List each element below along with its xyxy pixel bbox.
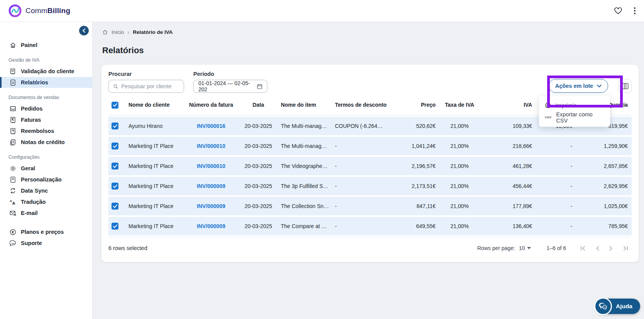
table-row[interactable]: Marketing IT Place INV/000009 20-03-2025… (108, 177, 632, 195)
row-checkbox[interactable] (112, 183, 118, 190)
svg-text:±: ± (10, 199, 12, 202)
invoice-link[interactable]: INV/000009 (197, 203, 225, 209)
receipt-check-icon (9, 68, 16, 75)
cell-discount: - (534, 203, 588, 209)
period-input[interactable]: 01-01-2024 — 02-05-202 (193, 80, 267, 93)
table-row[interactable]: Marketing IT Place INV/000010 20-03-2025… (108, 137, 632, 155)
sidebar-item-faturas[interactable]: € Faturas (0, 114, 92, 125)
sidebar-item-label: Suporte (21, 240, 42, 246)
sidebar-item-label: Tradução (21, 199, 46, 205)
invoice-link[interactable]: INV/000009 (197, 223, 225, 229)
menu-item-exportar-csv[interactable]: CSV Exportar como CSV (539, 111, 610, 123)
sidebar-item-reembolsos[interactable]: Reembolsos (0, 126, 92, 136)
sidebar-item-suporte[interactable]: Suporte (0, 238, 92, 248)
svg-text:€: € (11, 230, 14, 234)
invoice-link[interactable]: INV/000010 (197, 143, 225, 149)
column-header-price[interactable]: Preço (397, 102, 438, 108)
column-settings-button[interactable] (618, 79, 632, 93)
pagination-range: 1–6 of 6 (546, 245, 566, 251)
cell-discount: - (534, 223, 588, 229)
sidebar-section-title: Configurações (0, 154, 92, 160)
invoice-link[interactable]: INV/000016 (197, 123, 225, 129)
search-field-group: Procurar (108, 71, 184, 93)
table-row[interactable]: Marketing IT Place INV/000009 20-03-2025… (108, 217, 632, 235)
sidebar-item-painel[interactable]: Painel (0, 40, 92, 50)
batch-actions-button[interactable]: Ações em lote (549, 79, 608, 93)
chevron-left-icon (82, 29, 86, 33)
period-label: Período (193, 71, 267, 77)
row-checkbox[interactable] (112, 203, 118, 210)
sidebar-item-personalizacao[interactable]: * Personalização (0, 174, 92, 185)
batch-actions-menu: Imprimir CSV Exportar como CSV (539, 96, 610, 127)
column-header-vat[interactable]: IVA (481, 102, 534, 108)
column-header-date[interactable]: Data (238, 102, 279, 108)
translate-icon: ±A (9, 199, 16, 205)
svg-text:*: * (12, 177, 14, 181)
first-page-button[interactable] (580, 246, 586, 251)
help-button[interactable]: Ajuda (596, 299, 640, 314)
row-checkbox[interactable] (112, 143, 118, 149)
cell-terms: - (333, 203, 397, 209)
mail-icon (9, 210, 16, 216)
help-label: Ajuda (616, 303, 632, 310)
sidebar-item-planos-e-precos[interactable]: € Planos e preços (0, 227, 92, 237)
cell-client: Marketing IT Place (126, 163, 184, 169)
last-page-button[interactable] (623, 246, 629, 251)
breadcrumb: Início › Relatório de IVA (102, 29, 644, 35)
brand-name: CommBilling (25, 7, 70, 15)
sidebar-item-notas-de-credito[interactable]: Notas de crédito (0, 137, 92, 148)
period-value: 01-01-2024 — 02-05-202 (198, 80, 254, 92)
sidebar: Painel Gestão de IVA Validação do client… (0, 22, 93, 319)
columns-icon (622, 83, 629, 89)
svg-text:A: A (12, 201, 15, 205)
next-page-button[interactable] (609, 246, 613, 251)
cell-terms: - (333, 163, 397, 169)
sidebar-item-pedidos[interactable]: Pedidos (0, 103, 92, 114)
row-checkbox[interactable] (112, 163, 118, 170)
cell-client: Marketing IT Place (126, 203, 184, 209)
search-input[interactable] (121, 83, 179, 89)
cell-vat: 461,28€ (481, 163, 534, 169)
row-checkbox[interactable] (112, 223, 118, 230)
favorites-button[interactable] (614, 7, 622, 15)
sidebar-item-traducao[interactable]: ±A Tradução (0, 196, 92, 207)
sidebar-item-label: Relatórios (21, 79, 48, 86)
breadcrumb-home[interactable]: Início (112, 29, 124, 35)
sidebar-item-data-sync[interactable]: Data Sync (0, 185, 92, 196)
column-header-terms[interactable]: Termos de desconto (333, 102, 397, 108)
sidebar-item-label: Reembolsos (21, 128, 54, 134)
sidebar-item-email[interactable]: E-mail (0, 208, 92, 218)
page-title: Relatórios (102, 45, 644, 55)
svg-text:€: € (11, 118, 14, 121)
table-row[interactable]: Marketing IT Place INV/000009 20-03-2025… (108, 197, 632, 215)
menu-item-imprimir[interactable]: Imprimir (539, 99, 610, 111)
cell-amount: 1,259,90€ (588, 143, 632, 149)
column-header-client[interactable]: Nome do cliente (126, 102, 184, 108)
rows-per-page-select[interactable]: 10 (519, 245, 531, 251)
prev-page-button[interactable] (596, 246, 599, 251)
more-menu-button[interactable] (634, 7, 636, 14)
cell-date: 20-03-2025 (238, 223, 279, 229)
gear-icon (9, 165, 16, 172)
column-header-item[interactable]: Nome do item (279, 102, 333, 108)
app-logo: CommBilling (8, 4, 70, 17)
breadcrumb-separator: › (127, 29, 129, 35)
cell-vat: 109,33€ (481, 123, 534, 129)
select-all-checkbox[interactable] (112, 102, 118, 109)
sidebar-item-validacao-do-cliente[interactable]: Validação do cliente (0, 66, 92, 77)
column-header-rate[interactable]: Taxa de IVA (438, 102, 481, 108)
sidebar-collapse-button[interactable] (79, 26, 89, 35)
invoice-link[interactable]: INV/000010 (197, 163, 225, 169)
sidebar-item-relatorios[interactable]: Relatórios (0, 77, 92, 88)
invoice-link[interactable]: INV/000009 (197, 183, 225, 189)
cell-item: The Collection Sn… (279, 203, 333, 209)
column-header-invoice[interactable]: Número da fatura (184, 102, 238, 108)
invoice-euro-icon: € (9, 117, 16, 123)
sidebar-item-geral[interactable]: Geral (0, 163, 92, 174)
rows-selected-label: 6 rows selected (108, 245, 147, 251)
sidebar-item-label: Planos e preços (21, 229, 64, 235)
cell-price: 1,041,24€ (397, 143, 438, 149)
row-checkbox[interactable] (112, 123, 118, 129)
euro-circle-icon: € (9, 229, 16, 235)
table-row[interactable]: Marketing IT Place INV/000010 20-03-2025… (108, 157, 632, 175)
